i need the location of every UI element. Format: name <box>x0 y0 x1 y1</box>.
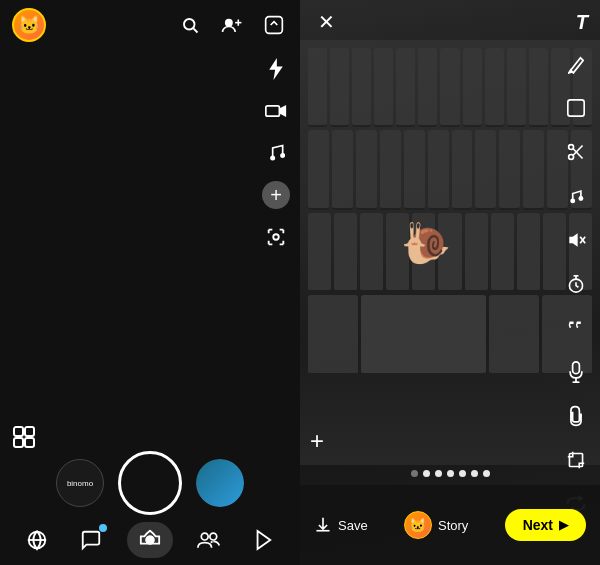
quote-tool[interactable] <box>562 314 590 342</box>
nav-map[interactable] <box>19 522 55 558</box>
bitmoji-button[interactable] <box>260 11 288 39</box>
nav-friends[interactable] <box>191 522 227 558</box>
svg-line-1 <box>193 28 197 32</box>
add-filter-button[interactable]: + <box>262 181 290 209</box>
next-button[interactable]: Next ▶ <box>505 509 586 541</box>
svg-rect-14 <box>14 438 23 447</box>
pencil-tool[interactable] <box>562 50 590 78</box>
story-button[interactable]: 🐱 Story <box>404 511 468 539</box>
mic-tool[interactable] <box>562 358 590 386</box>
svg-point-9 <box>270 156 275 161</box>
kb-spacebar <box>361 295 486 374</box>
filter-binomo[interactable]: binomo <box>56 459 104 507</box>
svg-rect-15 <box>25 438 34 447</box>
svg-marker-30 <box>569 233 577 246</box>
filter-label: binomo <box>67 479 93 488</box>
bottom-nav <box>0 515 300 565</box>
svg-point-21 <box>210 533 217 540</box>
svg-point-24 <box>569 145 574 150</box>
svg-point-25 <box>569 154 574 159</box>
kb-key <box>428 130 449 209</box>
save-button[interactable]: Save <box>314 516 368 534</box>
progress-dots <box>300 470 600 477</box>
progress-dot-1 <box>411 470 418 477</box>
timer-tool[interactable] <box>562 270 590 298</box>
scan-icon[interactable] <box>262 223 290 251</box>
nav-camera[interactable] <box>127 522 173 558</box>
kb-key <box>404 130 425 209</box>
snail-sticker: 🐌 <box>401 219 451 266</box>
svg-rect-34 <box>573 362 580 374</box>
kb-key <box>485 48 504 127</box>
svg-point-11 <box>273 234 279 240</box>
story-bottom-bar: Save 🐱 Story Next ▶ <box>300 485 600 565</box>
svg-point-29 <box>578 196 583 201</box>
kb-key <box>374 48 393 127</box>
svg-rect-5 <box>266 17 283 34</box>
kb-key <box>380 130 401 209</box>
kb-key <box>523 130 544 209</box>
next-label: Next <box>523 517 553 533</box>
kb-key <box>308 130 329 209</box>
svg-rect-12 <box>14 427 23 436</box>
kb-key <box>418 48 437 127</box>
save-label: Save <box>338 518 368 533</box>
bottom-controls: binomo <box>0 451 300 515</box>
avatar[interactable]: 🐱 <box>12 8 46 42</box>
music-icon[interactable] <box>262 139 290 167</box>
scissors-tool[interactable] <box>562 138 590 166</box>
kb-key <box>499 130 520 209</box>
progress-dot-6 <box>471 470 478 477</box>
shutter-button[interactable] <box>118 451 182 515</box>
next-arrow-icon: ▶ <box>559 518 568 532</box>
camera-toolbar: + <box>262 55 290 251</box>
flash-icon[interactable] <box>262 55 290 83</box>
kb-key <box>489 295 539 374</box>
svg-rect-7 <box>266 106 280 116</box>
music-tool[interactable] <box>562 182 590 210</box>
close-button[interactable]: ✕ <box>312 8 340 36</box>
kb-key <box>440 48 459 127</box>
video-icon[interactable] <box>262 97 290 125</box>
filter-thumb2[interactable] <box>196 459 244 507</box>
top-icons <box>176 11 288 39</box>
add-content-button[interactable]: + <box>310 427 324 455</box>
progress-dot-3 <box>435 470 442 477</box>
svg-point-2 <box>225 19 233 27</box>
mute-tool[interactable] <box>562 226 590 254</box>
kb-key <box>465 213 488 292</box>
right-panel: 🐌 ✕ T <box>300 0 600 565</box>
search-button[interactable] <box>176 11 204 39</box>
svg-marker-22 <box>258 531 271 549</box>
story-background: 🐌 <box>300 0 600 565</box>
chat-badge <box>99 524 107 532</box>
kb-key <box>308 213 331 292</box>
story-avatar-icon: 🐱 <box>404 511 432 539</box>
story-side-tools <box>562 50 590 518</box>
kb-key <box>352 48 371 127</box>
svg-rect-37 <box>569 453 582 466</box>
svg-marker-6 <box>269 58 283 80</box>
nav-discover[interactable] <box>245 522 281 558</box>
story-label: Story <box>438 518 468 533</box>
progress-dot-5 <box>459 470 466 477</box>
progress-dot-2 <box>423 470 430 477</box>
kb-key <box>356 130 377 209</box>
kb-key <box>332 130 353 209</box>
story-top-bar: ✕ T <box>300 0 600 44</box>
text-tool-button[interactable]: T <box>576 11 588 34</box>
avatar-emoji: 🐱 <box>18 14 40 36</box>
attachment-tool[interactable] <box>562 402 590 430</box>
kb-key <box>517 213 540 292</box>
kb-key <box>396 48 415 127</box>
kb-key <box>463 48 482 127</box>
kb-key <box>360 213 383 292</box>
kb-key <box>529 48 548 127</box>
sticker-tool[interactable] <box>562 94 590 122</box>
svg-point-10 <box>280 153 285 158</box>
add-friend-button[interactable] <box>218 11 246 39</box>
svg-rect-23 <box>568 100 584 116</box>
svg-point-0 <box>184 19 195 30</box>
progress-dot-4 <box>447 470 454 477</box>
nav-chat[interactable] <box>73 522 109 558</box>
